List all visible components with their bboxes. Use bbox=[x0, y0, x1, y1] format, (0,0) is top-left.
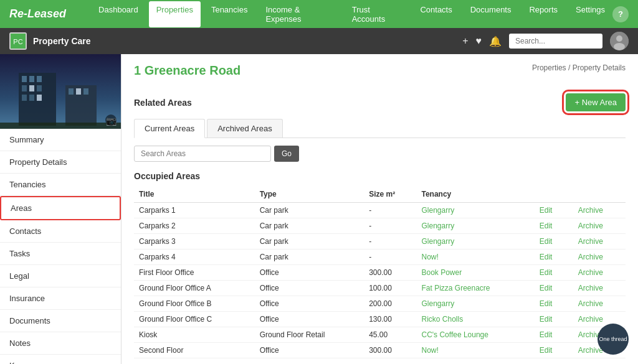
tenancy-link[interactable]: Ricko Cholls bbox=[421, 315, 463, 324]
cell-size: - bbox=[364, 218, 416, 234]
edit-link[interactable]: Edit bbox=[540, 222, 553, 230]
cell-title: Carparks 4 bbox=[134, 250, 255, 265]
nav-tenancies[interactable]: Tenancies bbox=[204, 1, 255, 27]
col-archive bbox=[569, 186, 626, 203]
breadcrumb: Properties / Property Details bbox=[532, 63, 626, 72]
bell-icon[interactable]: 🔔 bbox=[489, 35, 502, 47]
nav-documents[interactable]: Documents bbox=[463, 1, 519, 27]
nav-income-expenses[interactable]: Income & Expenses bbox=[258, 1, 341, 27]
tenancy-link[interactable]: Now! bbox=[421, 346, 438, 355]
cell-tenancy: Glengarry bbox=[416, 296, 530, 312]
svg-rect-17 bbox=[69, 88, 74, 95]
tab-archived-areas[interactable]: Archived Areas bbox=[207, 119, 282, 138]
property-title: 1 Greenacre Road bbox=[134, 63, 240, 78]
brand-logo: Re-Leased bbox=[9, 7, 66, 21]
sidebar-item-insurance[interactable]: Insurance bbox=[0, 287, 121, 310]
sidebar-item-tasks[interactable]: Tasks bbox=[0, 243, 121, 265]
archive-link[interactable]: Archive bbox=[578, 315, 603, 324]
svg-rect-5 bbox=[0, 54, 121, 129]
add-icon[interactable]: + bbox=[462, 35, 468, 47]
table-row: Carparks 1 Car park - Glengarry Edit Arc… bbox=[134, 203, 626, 218]
sidebar-item-areas[interactable]: Areas bbox=[0, 196, 121, 220]
breadcrumb-properties-link[interactable]: Properties bbox=[532, 63, 566, 72]
sidebar-item-keys[interactable]: Keys bbox=[0, 355, 121, 364]
cell-edit: Edit bbox=[531, 327, 569, 343]
occupied-areas-title: Occupied Areas bbox=[134, 171, 626, 181]
onethread-badge[interactable]: One thread bbox=[598, 324, 629, 355]
nav-items: Dashboard Properties Tenancies Income & … bbox=[91, 1, 612, 27]
col-size: Size m² bbox=[364, 186, 416, 203]
property-image: 📷 bbox=[0, 54, 121, 129]
cell-tenancy: Glengarry bbox=[416, 218, 530, 234]
edit-link[interactable]: Edit bbox=[540, 237, 553, 246]
archive-link[interactable]: Archive bbox=[578, 268, 603, 277]
edit-link[interactable]: Edit bbox=[540, 315, 553, 324]
sidebar-item-summary[interactable]: Summary bbox=[0, 129, 121, 151]
tab-current-areas[interactable]: Current Areas bbox=[134, 119, 205, 138]
table-row: Ground Floor Office C Office 130.00 Rick… bbox=[134, 312, 626, 327]
cell-title: Carparks 1 bbox=[134, 203, 255, 218]
cell-tenancy: Now! bbox=[416, 343, 530, 358]
sidebar-item-property-details[interactable]: Property Details bbox=[0, 151, 121, 174]
tenancy-link[interactable]: Glengarry bbox=[421, 237, 454, 246]
svg-rect-20 bbox=[0, 123, 121, 129]
tenancy-link[interactable]: CC's Coffee Lounge bbox=[421, 330, 488, 339]
go-button[interactable]: Go bbox=[274, 146, 299, 162]
svg-rect-15 bbox=[37, 95, 42, 101]
tenancy-link[interactable]: Glengarry bbox=[421, 206, 454, 215]
nav-settings[interactable]: Settings bbox=[568, 1, 612, 27]
tenancy-link[interactable]: Glengarry bbox=[421, 222, 454, 230]
nav-properties[interactable]: Properties bbox=[149, 1, 201, 27]
user-avatar[interactable] bbox=[610, 32, 629, 50]
edit-link[interactable]: Edit bbox=[540, 253, 553, 261]
sidebar-item-tenancies[interactable]: Tenancies bbox=[0, 174, 121, 196]
archive-link[interactable]: Archive bbox=[578, 222, 603, 230]
svg-text:PC: PC bbox=[13, 38, 22, 45]
global-search-input[interactable] bbox=[509, 34, 602, 49]
sidebar-item-legal[interactable]: Legal bbox=[0, 265, 121, 287]
archive-link[interactable]: Archive bbox=[578, 237, 603, 246]
edit-link[interactable]: Edit bbox=[540, 299, 553, 308]
cell-archive: Archive bbox=[569, 296, 626, 312]
cell-archive: Archive bbox=[569, 265, 626, 281]
cell-title: Kiosk bbox=[134, 327, 255, 343]
nav-reports[interactable]: Reports bbox=[521, 1, 565, 27]
archive-link[interactable]: Archive bbox=[578, 284, 603, 292]
cell-tenancy: Now! bbox=[416, 250, 530, 265]
area-tabs: Current Areas Archived Areas bbox=[134, 119, 626, 138]
edit-link[interactable]: Edit bbox=[540, 206, 553, 215]
edit-link[interactable]: Edit bbox=[540, 268, 553, 277]
nav-dashboard[interactable]: Dashboard bbox=[91, 1, 146, 27]
cell-archive: Archive bbox=[569, 281, 626, 296]
tenancy-link[interactable]: Now! bbox=[421, 253, 438, 261]
cell-edit: Edit bbox=[531, 218, 569, 234]
tenancy-link[interactable]: Glengarry bbox=[421, 299, 454, 308]
sidebar-item-documents[interactable]: Documents bbox=[0, 310, 121, 332]
heart-icon[interactable]: ♥ bbox=[476, 35, 482, 47]
svg-rect-10 bbox=[22, 85, 27, 91]
svg-point-4 bbox=[614, 43, 625, 50]
tenancy-link[interactable]: Book Power bbox=[421, 268, 462, 277]
search-areas-input[interactable] bbox=[134, 146, 271, 162]
cell-title: Ground Floor Office C bbox=[134, 312, 255, 327]
nav-contacts[interactable]: Contacts bbox=[412, 1, 459, 27]
svg-point-3 bbox=[616, 35, 622, 42]
sidebar-item-contacts[interactable]: Contacts bbox=[0, 220, 121, 243]
col-edit bbox=[531, 186, 569, 203]
cell-archive: Archive bbox=[569, 234, 626, 250]
table-row: Carparks 4 Car park - Now! Edit Archive bbox=[134, 250, 626, 265]
archive-link[interactable]: Archive bbox=[578, 299, 603, 308]
archive-link[interactable]: Archive bbox=[578, 206, 603, 215]
cell-size: - bbox=[364, 234, 416, 250]
new-area-button[interactable]: + New Area bbox=[566, 93, 626, 111]
section-header: Related Areas + New Area bbox=[134, 93, 626, 111]
nav-trust-accounts[interactable]: Trust Accounts bbox=[345, 1, 410, 27]
edit-link[interactable]: Edit bbox=[540, 346, 553, 355]
sidebar-item-notes[interactable]: Notes bbox=[0, 332, 121, 355]
cell-edit: Edit bbox=[531, 343, 569, 358]
tenancy-link[interactable]: Fat Pizza Greenacre bbox=[421, 284, 490, 292]
help-button[interactable]: ? bbox=[612, 6, 629, 22]
edit-link[interactable]: Edit bbox=[540, 284, 553, 292]
archive-link[interactable]: Archive bbox=[578, 253, 603, 261]
edit-link[interactable]: Edit bbox=[540, 330, 553, 339]
